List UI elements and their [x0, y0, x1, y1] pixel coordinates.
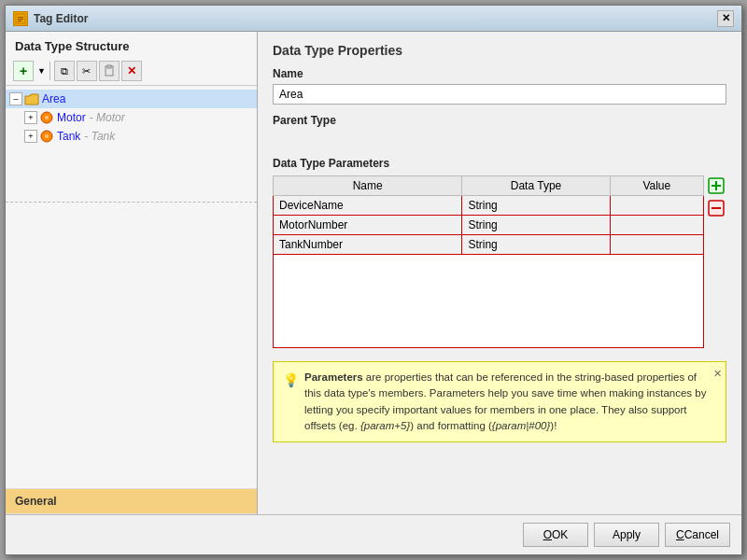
bottom-bar: OOK Apply CCancel [6, 514, 741, 554]
tree-area: – Area + [6, 86, 257, 488]
expand-tank[interactable]: + [24, 130, 37, 143]
toolbar-separator [49, 62, 50, 80]
ok-button[interactable]: OOK [523, 523, 588, 547]
info-bold-parameters: Parameters [304, 371, 363, 383]
main-window: Tag Editor ✕ Data Type Structure + ▼ ⧉ ✂… [5, 5, 742, 555]
close-button[interactable]: ✕ [717, 10, 734, 27]
table-row[interactable]: DeviceName String [274, 196, 704, 216]
add-dropdown-arrow[interactable]: ▼ [37, 66, 46, 76]
tree-label-tank: Tank [57, 130, 80, 143]
row-value-tanknumber [610, 235, 703, 255]
tree-item-motor[interactable]: + Motor - Motor [6, 108, 257, 127]
svg-rect-3 [18, 21, 21, 21]
params-section-label: Data Type Parameters [273, 157, 726, 170]
parent-type-area [273, 131, 726, 147]
remove-param-button[interactable] [706, 198, 726, 218]
left-panel-title: Data Type Structure [6, 32, 257, 57]
name-input[interactable] [273, 84, 726, 105]
window-icon [13, 11, 28, 26]
expand-area[interactable]: – [9, 92, 22, 105]
parent-type-label: Parent Type [273, 114, 726, 127]
row-name-motornumber: MotorNumber [274, 216, 462, 235]
tree-item-area[interactable]: – Area [6, 90, 257, 108]
table-row[interactable]: TankNumber String [274, 235, 704, 255]
row-name-tanknumber: TankNumber [274, 235, 462, 255]
motor-tag-icon [39, 110, 54, 125]
table-row[interactable]: MotorNumber String [274, 216, 704, 235]
cancel-button[interactable]: CCancel [665, 523, 730, 547]
add-button[interactable]: + [13, 61, 34, 81]
general-label: General [15, 495, 57, 508]
tree-label-motor: Motor [57, 111, 86, 124]
tank-tag-icon [39, 129, 54, 144]
apply-button[interactable]: Apply [594, 523, 659, 547]
info-box: ✕ 💡 Parameters are properties that can b… [273, 361, 726, 442]
row-value-devicename [610, 196, 703, 216]
info-box-text: Parameters are properties that can be re… [304, 370, 716, 434]
info-box-close-button[interactable]: ✕ [713, 366, 722, 382]
add-param-button[interactable] [706, 175, 726, 196]
tree-sublabel-tank: - Tank [84, 130, 115, 143]
paste-button[interactable] [99, 61, 120, 81]
row-type-devicename: String [462, 196, 610, 216]
col-header-datatype: Data Type [462, 176, 610, 196]
col-header-name: Name [274, 176, 462, 196]
svg-point-9 [45, 134, 49, 138]
table-empty-area [273, 255, 704, 348]
cut-button[interactable]: ✂ [77, 61, 97, 81]
svg-point-7 [45, 116, 49, 119]
title-bar: Tag Editor ✕ [6, 6, 741, 32]
area-folder-icon [24, 91, 39, 106]
expand-motor[interactable]: + [24, 111, 37, 124]
main-content: Data Type Structure + ▼ ⧉ ✂ ✕ – [6, 32, 741, 514]
params-table: Name Data Type Value DeviceName String M… [273, 175, 704, 255]
right-panel-title: Data Type Properties [273, 43, 726, 58]
tree-label-area: Area [42, 92, 65, 105]
right-panel: Data Type Properties Name Parent Type Da… [258, 32, 741, 514]
toolbar: + ▼ ⧉ ✂ ✕ [6, 57, 257, 86]
copy-button[interactable]: ⧉ [54, 61, 75, 81]
general-section[interactable]: General [6, 488, 257, 514]
table-side-buttons [706, 175, 726, 218]
name-field-label: Name [273, 67, 726, 80]
left-panel: Data Type Structure + ▼ ⧉ ✂ ✕ – [6, 32, 258, 514]
params-table-container: Name Data Type Value DeviceName String M… [273, 175, 726, 348]
row-name-devicename: DeviceName [274, 196, 462, 216]
tree-sublabel-motor: - Motor [90, 111, 125, 124]
svg-rect-1 [18, 17, 23, 18]
col-header-value: Value [610, 176, 703, 196]
row-type-tanknumber: String [462, 235, 610, 255]
row-value-motornumber [610, 216, 703, 235]
section-divider [6, 202, 257, 203]
delete-button[interactable]: ✕ [121, 61, 142, 81]
row-type-motornumber: String [462, 216, 610, 235]
window-title: Tag Editor [34, 12, 88, 25]
svg-rect-5 [107, 65, 111, 68]
tree-item-tank[interactable]: + Tank - Tank [6, 127, 257, 146]
bulb-icon: 💡 [283, 371, 299, 434]
svg-rect-2 [18, 19, 23, 20]
